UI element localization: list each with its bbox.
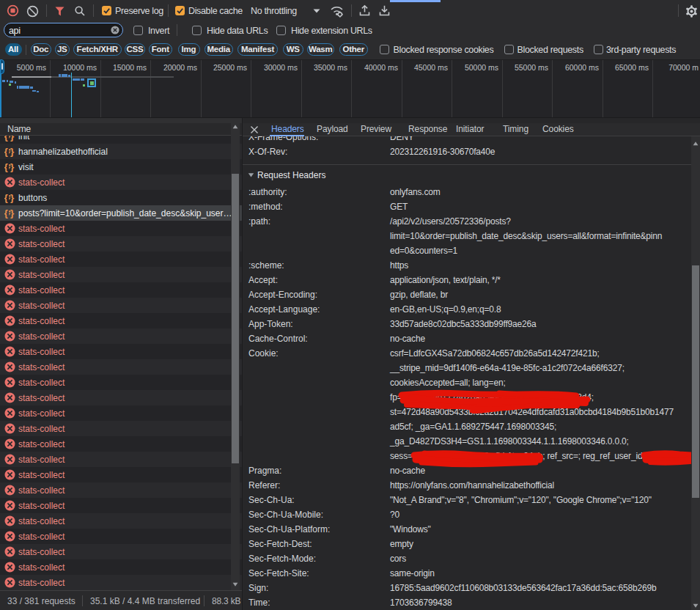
svg-text:}: } — [10, 192, 15, 203]
svg-text:}: } — [10, 207, 15, 218]
svg-text:}: } — [10, 161, 15, 172]
svg-text:{: { — [4, 207, 8, 218]
svg-text:}: } — [10, 146, 15, 157]
svg-text:{: { — [4, 192, 8, 203]
svg-text:}: } — [10, 136, 15, 142]
svg-text:{: { — [4, 146, 8, 157]
svg-text:{: { — [4, 161, 8, 172]
svg-text:{: { — [4, 136, 8, 142]
